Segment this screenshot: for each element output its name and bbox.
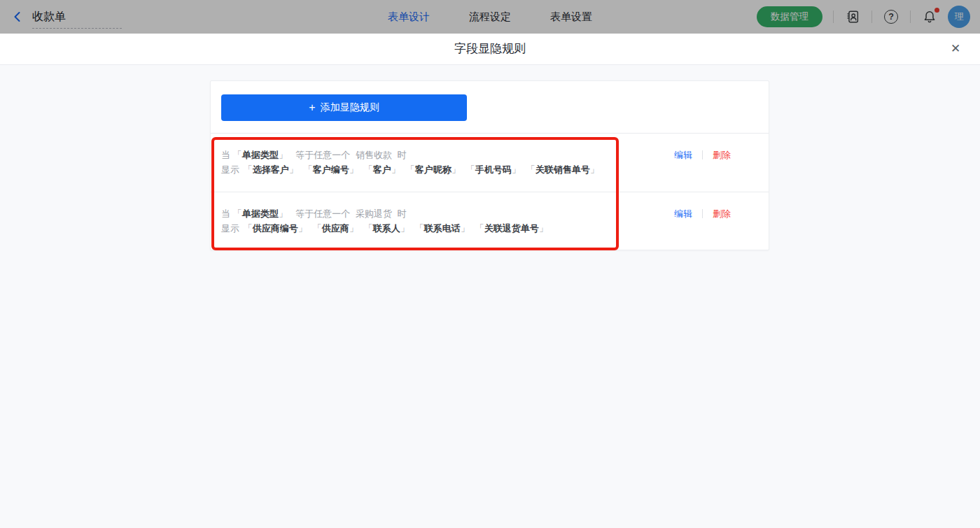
topbar-actions: 数据管理 ? — [757, 0, 970, 34]
rule-show-prefix: 显示 — [221, 223, 239, 234]
topbar: 收款单 表单设计流程设定表单设置 数据管理 ? — [0, 0, 980, 34]
topbar-tab[interactable]: 表单设计 — [388, 10, 430, 24]
rule-condition-line: 当 「单据类型」 等于任意一个 采购退货 时 — [221, 206, 548, 221]
rules-card: + 添加显隐规则 当 「单据类型」 等于任意一个 销售收款 时 显示 「选择客户… — [210, 80, 769, 250]
divider — [702, 209, 703, 218]
rule-value: 采购退货 — [356, 208, 392, 219]
delete-button[interactable]: 删除 — [713, 148, 731, 162]
page: 收款单 表单设计流程设定表单设置 数据管理 ? — [0, 0, 980, 528]
shown-field-token: 「关联退货单号」 — [475, 223, 548, 234]
close-icon[interactable]: ✕ — [948, 42, 962, 56]
modal-body: + 添加显隐规则 当 「单据类型」 等于任意一个 销售收款 时 显示 「选择客户… — [0, 65, 980, 528]
rule-field-name: 单据类型 — [242, 208, 279, 219]
rule-show-fields: 「选择客户」「客户编号」「客户」「客户昵称」「手机号码」「关联销售单号」 — [242, 164, 599, 175]
modal-title: 字段显隐规则 — [0, 34, 980, 64]
rule-text: 当 「单据类型」 等于任意一个 采购退货 时 显示 「供应商编号」「供应商」「联… — [221, 206, 548, 236]
add-rule-label: 添加显隐规则 — [321, 101, 379, 114]
rule-actions: 编辑 删除 — [674, 206, 752, 221]
plus-icon: + — [309, 102, 315, 113]
rule-operator: 等于任意一个 — [295, 208, 350, 219]
rule-operator: 等于任意一个 — [295, 150, 350, 160]
shown-field-token: 「供应商编号」 — [244, 223, 307, 234]
shown-field-token: 「选择客户」 — [244, 164, 298, 175]
rule-show-line: 显示 「选择客户」「客户编号」「客户」「客户昵称」「手机号码」「关联销售单号」 — [221, 162, 599, 177]
shown-field-token: 「客户」 — [364, 164, 400, 175]
rule-show-prefix: 显示 — [221, 164, 239, 175]
chevron-left-icon — [11, 10, 24, 23]
divider — [702, 150, 703, 159]
rule-value: 销售收款 — [356, 150, 392, 160]
rules-list: 当 「单据类型」 等于任意一个 销售收款 时 显示 「选择客户」「客户编号」「客… — [211, 134, 769, 250]
shown-field-token: 「客户昵称」 — [406, 164, 461, 175]
card-head: + 添加显隐规则 — [211, 81, 769, 134]
rule-when-suffix: 时 — [398, 150, 407, 160]
rule-field-name: 单据类型 — [242, 150, 279, 160]
divider — [833, 10, 834, 23]
shown-field-token: 「客户编号」 — [304, 164, 358, 175]
divider — [910, 10, 911, 23]
shown-field-token: 「关联销售单号」 — [526, 164, 599, 175]
notification-bell-icon[interactable] — [921, 8, 938, 25]
add-rule-button[interactable]: + 添加显隐规则 — [221, 94, 467, 121]
data-manage-button[interactable]: 数据管理 — [757, 6, 822, 27]
divider — [872, 10, 872, 23]
rule-show-fields: 「供应商编号」「供应商」「联系人」「联系电话」「关联退货单号」 — [242, 223, 548, 234]
rule-condition-line: 当 「单据类型」 等于任意一个 销售收款 时 — [221, 148, 599, 162]
rule-row: 当 「单据类型」 等于任意一个 销售收款 时 显示 「选择客户」「客户编号」「客… — [211, 134, 769, 192]
back-button[interactable] — [11, 10, 24, 23]
edit-button[interactable]: 编辑 — [674, 206, 692, 221]
rule-when-prefix: 当 — [221, 208, 230, 219]
rule-row: 当 「单据类型」 等于任意一个 采购退货 时 显示 「供应商编号」「供应商」「联… — [211, 192, 769, 250]
modal-header: 字段显隐规则 ✕ — [0, 34, 980, 65]
contacts-book-icon[interactable] — [844, 8, 861, 25]
rule-when-prefix: 当 — [221, 150, 230, 160]
form-title[interactable]: 收款单 — [32, 10, 66, 24]
rule-text: 当 「单据类型」 等于任意一个 销售收款 时 显示 「选择客户」「客户编号」「客… — [221, 148, 599, 177]
shown-field-token: 「供应商」 — [313, 223, 358, 234]
topbar-tab[interactable]: 表单设置 — [550, 10, 592, 24]
rule-show-line: 显示 「供应商编号」「供应商」「联系人」「联系电话」「关联退货单号」 — [221, 221, 548, 236]
shown-field-token: 「手机号码」 — [466, 164, 521, 175]
edit-button[interactable]: 编辑 — [674, 148, 692, 162]
shown-field-token: 「联系电话」 — [415, 223, 470, 234]
topbar-tab[interactable]: 流程设定 — [469, 10, 511, 24]
avatar[interactable]: 理 — [948, 6, 970, 28]
topbar-left: 收款单 — [11, 0, 66, 34]
help-icon[interactable]: ? — [883, 8, 899, 25]
rule-actions: 编辑 删除 — [674, 148, 752, 162]
topbar-tabs: 表单设计流程设定表单设置 — [388, 0, 592, 34]
shown-field-token: 「联系人」 — [364, 223, 410, 234]
delete-button[interactable]: 删除 — [713, 206, 731, 221]
rule-when-suffix: 时 — [398, 208, 407, 219]
notification-dot — [934, 8, 939, 13]
